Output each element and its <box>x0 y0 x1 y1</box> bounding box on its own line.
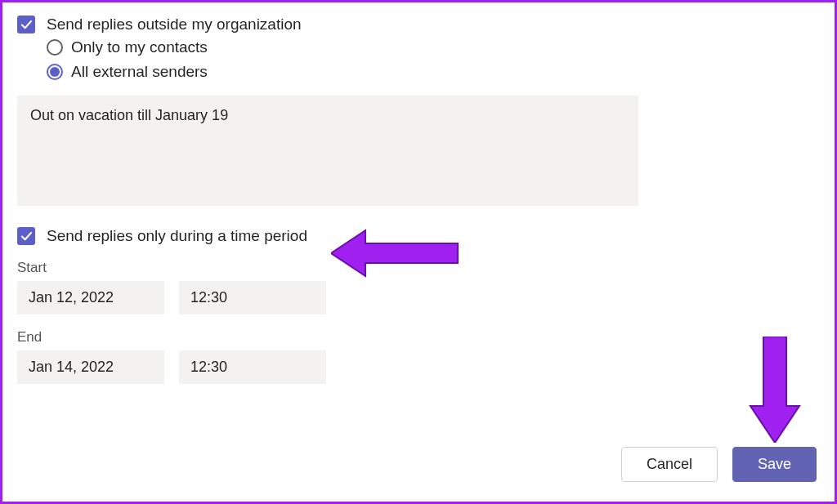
radio-all-row[interactable]: All external senders <box>47 63 820 81</box>
save-button[interactable]: Save <box>732 447 817 482</box>
auto-reply-message-input[interactable] <box>17 96 638 206</box>
start-label: Start <box>17 260 820 276</box>
end-date-input[interactable] <box>17 350 164 384</box>
radio-selected-icon <box>50 67 60 77</box>
send-outside-label: Send replies outside my organization <box>47 16 302 33</box>
time-period-row: Send replies only during a time period <box>17 227 820 245</box>
time-period-checkbox[interactable] <box>17 227 35 245</box>
cancel-button[interactable]: Cancel <box>621 447 718 482</box>
end-label: End <box>17 329 820 346</box>
checkmark-icon <box>20 230 33 243</box>
radio-all-label: All external senders <box>71 63 208 81</box>
radio-contacts-row[interactable]: Only to my contacts <box>47 38 820 56</box>
time-period-label: Send replies only during a time period <box>47 227 307 245</box>
end-time-input[interactable] <box>179 350 326 384</box>
send-outside-row: Send replies outside my organization <box>17 16 820 33</box>
checkmark-icon <box>20 19 33 31</box>
start-time-input[interactable] <box>179 281 326 314</box>
radio-all-button[interactable] <box>47 64 63 80</box>
radio-contacts-button[interactable] <box>47 39 63 56</box>
action-buttons: Cancel Save <box>621 447 817 482</box>
start-date-input[interactable] <box>17 281 164 314</box>
start-datetime-row <box>17 281 820 314</box>
radio-contacts-label: Only to my contacts <box>71 38 208 56</box>
external-sender-radio-group: Only to my contacts All external senders <box>47 38 820 81</box>
end-datetime-row <box>17 350 820 384</box>
send-outside-checkbox[interactable] <box>17 16 35 33</box>
